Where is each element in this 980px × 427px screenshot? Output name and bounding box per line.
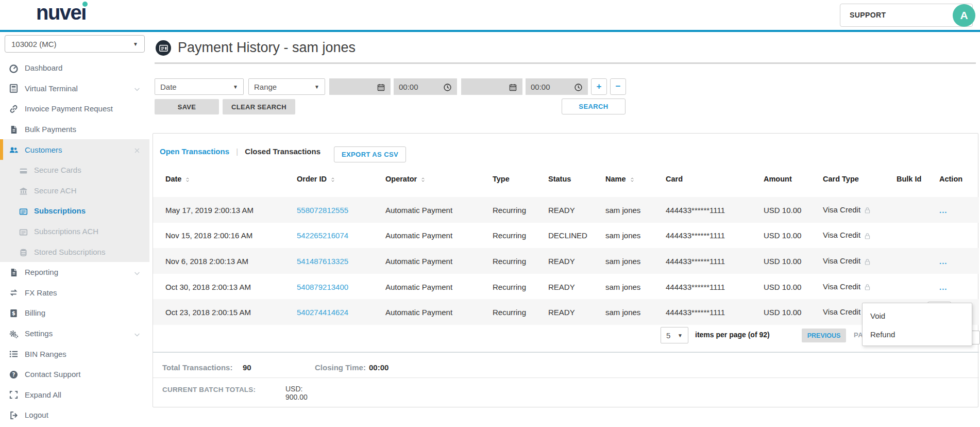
svg-text:$: $ — [12, 310, 15, 316]
sidebar-item-secure-ach[interactable]: Secure ACH — [0, 180, 149, 201]
cell-action-ellipsis[interactable]: ... — [939, 282, 948, 291]
page-title: Payment History - sam jones — [178, 40, 356, 56]
sort-icon[interactable] — [330, 175, 335, 183]
database-icon — [19, 248, 28, 256]
chevron-down-icon[interactable] — [133, 268, 141, 276]
save-button[interactable]: SAVE — [155, 99, 219, 114]
column-header-date[interactable]: Date — [165, 175, 190, 184]
from-time-input[interactable]: 00:00 — [394, 78, 457, 95]
cell-operator: Automatic Payment — [385, 231, 452, 240]
cell-name: sam jones — [605, 205, 640, 214]
sidebar-item-bulk-payments[interactable]: Bulk Payments — [0, 119, 149, 140]
sidebar-item-customers[interactable]: Customers — [0, 139, 149, 160]
sidebar-item-secure-cards[interactable]: Secure Cards — [0, 160, 149, 180]
column-header-type: Type — [493, 175, 510, 183]
cell-order-id[interactable]: 541487613325 — [297, 256, 348, 265]
cell-order-id[interactable]: 558072812555 — [297, 205, 348, 214]
calendar-icon[interactable] — [509, 83, 517, 91]
column-header-card: Card — [666, 175, 683, 183]
clear-search-button[interactable]: CLEAR SEARCH — [223, 99, 295, 114]
cell-order-id[interactable]: 542265216074 — [297, 231, 348, 240]
export-as-csv-button[interactable]: EXPORT AS CSV — [334, 146, 406, 162]
cell-operator: Automatic Payment — [385, 308, 452, 317]
to-date-input[interactable] — [461, 78, 522, 95]
payment-history-icon — [156, 40, 171, 56]
sidebar-item-label: Subscriptions — [34, 206, 86, 215]
tab-open-transactions[interactable]: Open Transactions — [160, 147, 229, 156]
column-header-amount: Amount — [764, 175, 792, 183]
cell-date: Oct 23, 2018 2:00:15 AM — [165, 308, 251, 317]
sidebar-item-expand-all[interactable]: Expand All — [0, 385, 149, 405]
merchant-select-value: 103002 (MC) — [11, 40, 57, 48]
caret-down-icon: ▼ — [233, 84, 238, 90]
chevron-down-icon[interactable] — [133, 330, 141, 338]
tab-separator: | — [236, 147, 238, 156]
sidebar-item-stored-subscriptions[interactable]: Stored Subscriptions — [0, 241, 149, 262]
sidebar-item-logout[interactable]: Logout — [0, 405, 149, 425]
sidebar-item-fx-rates[interactable]: FX Rates — [0, 283, 149, 303]
filter-range-select[interactable]: Range ▼ — [248, 78, 325, 95]
batch-totals-label: CURRENT BATCH TOTALS: — [162, 386, 256, 393]
clock-icon[interactable] — [574, 83, 583, 91]
cell-status: READY — [548, 282, 575, 291]
avatar[interactable]: A — [953, 4, 975, 27]
sidebar-item-billing[interactable]: $Billing — [0, 303, 149, 323]
sort-icon[interactable] — [420, 175, 426, 183]
sidebar-item-label: Secure ACH — [34, 186, 77, 195]
sort-icon[interactable] — [630, 175, 635, 183]
column-header-name[interactable]: Name — [605, 175, 635, 184]
sidebar-item-label: BIN Ranges — [25, 350, 66, 358]
cell-action-ellipsis[interactable]: ... — [939, 205, 948, 214]
calendar-icon[interactable] — [377, 83, 385, 91]
cell-order-id[interactable]: 540879213400 — [297, 282, 348, 291]
cell-card-type: Visa Credit — [823, 256, 871, 266]
column-header-order-id[interactable]: Order ID — [297, 175, 335, 184]
cell-status: READY — [548, 308, 575, 317]
to-time-input[interactable]: 00:00 — [526, 78, 588, 95]
sidebar-item-label: Contact Support — [25, 370, 80, 379]
tab-closed-transactions[interactable]: Closed Transactions — [245, 147, 320, 156]
list-icon — [9, 349, 19, 359]
search-button[interactable]: SEARCH — [562, 98, 626, 114]
from-date-input[interactable] — [329, 78, 391, 95]
cell-amount: USD 10.00 — [764, 308, 801, 317]
menu-item-refund[interactable]: Refund — [863, 325, 972, 343]
merchant-select[interactable]: 103002 (MC) ▼ — [5, 35, 145, 53]
sidebar-item-bin-ranges[interactable]: BIN Ranges — [0, 343, 149, 364]
settings-icon — [9, 329, 19, 338]
sidebar-item-virtual-terminal[interactable]: Virtual Terminal — [0, 78, 149, 99]
sidebar: 103002 (MC) ▼ DashboardVirtual TerminalI… — [0, 32, 149, 427]
add-criteria-button[interactable]: + — [591, 78, 607, 95]
link-icon — [9, 104, 19, 113]
sidebar-item-subscriptions[interactable]: Subscriptions — [0, 201, 149, 221]
close-icon[interactable] — [133, 145, 141, 154]
sidebar-item-label: Customers — [25, 145, 62, 154]
sort-icon[interactable] — [185, 175, 190, 183]
chevron-down-icon[interactable] — [133, 84, 141, 92]
previous-page-button[interactable]: PREVIOUS — [802, 329, 846, 342]
table-row: Oct 30, 2018 2:00:13 AM540879213400Autom… — [153, 274, 979, 300]
filter-field-value: Date — [160, 83, 177, 91]
sidebar-item-invoice-payment-request[interactable]: Invoice Payment Request — [0, 98, 149, 119]
cell-card-type: Visa Credit — [823, 231, 871, 240]
cell-action-ellipsis[interactable]: ... — [939, 256, 948, 265]
batch-totals-value: USD: 900.00 — [285, 385, 308, 401]
sidebar-item-reporting[interactable]: Reporting — [0, 262, 149, 283]
remove-criteria-button[interactable]: − — [610, 78, 626, 95]
clock-icon[interactable] — [443, 83, 452, 91]
sidebar-item-subscriptions-ach[interactable]: Subscriptions ACH — [0, 221, 149, 242]
sidebar-item-label: Logout — [25, 410, 48, 419]
caret-down-icon: ▼ — [678, 333, 683, 338]
page-size-select[interactable]: 5 ▼ — [661, 327, 688, 343]
cell-amount: USD 10.00 — [764, 282, 801, 291]
sidebar-item-dashboard[interactable]: Dashboard — [0, 58, 149, 78]
filter-field-select[interactable]: Date ▼ — [155, 78, 244, 95]
menu-item-void[interactable]: Void — [863, 306, 972, 325]
column-header-operator[interactable]: Operator — [385, 175, 426, 184]
sidebar-item-contact-support[interactable]: ?Contact Support — [0, 364, 149, 385]
cell-name: sam jones — [605, 231, 640, 240]
sidebar-item-label: Subscriptions ACH — [34, 227, 98, 236]
cell-order-id[interactable]: 540274414624 — [297, 308, 348, 317]
cell-name: sam jones — [605, 308, 640, 317]
sidebar-item-settings[interactable]: Settings — [0, 323, 149, 344]
